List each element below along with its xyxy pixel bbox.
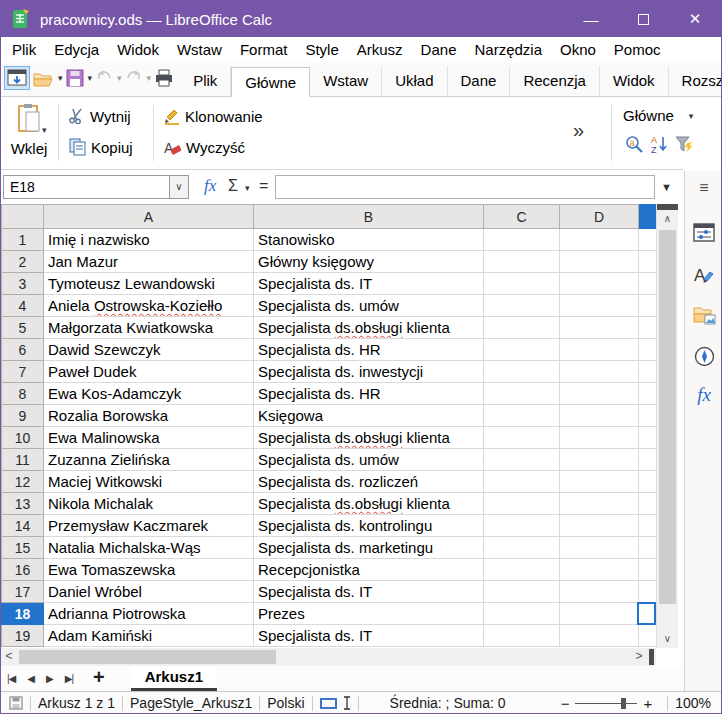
cell-d2[interactable] — [560, 251, 639, 273]
cell-c19[interactable] — [484, 625, 560, 647]
cell-e8[interactable] — [639, 383, 657, 405]
function-wizard-button[interactable]: fx — [204, 176, 216, 196]
cell-a4[interactable]: Aniela Ostrowska-Koziełło — [44, 295, 254, 317]
cell-e16[interactable] — [639, 559, 657, 581]
name-box[interactable]: E18 ∨ — [3, 175, 189, 199]
row-header-5[interactable]: 5 — [2, 317, 44, 339]
cell-b14[interactable]: Specjalista ds. kontrolingu — [254, 515, 484, 537]
cell-c9[interactable] — [484, 405, 560, 427]
horizontal-split-handle[interactable] — [649, 649, 654, 665]
zoom-in-button[interactable]: + — [643, 695, 652, 712]
cell-c17[interactable] — [484, 581, 560, 603]
cell-d12[interactable] — [560, 471, 639, 493]
cell-e9[interactable] — [639, 405, 657, 427]
selection-stats[interactable]: Średnia: ; Suma: 0 — [390, 695, 506, 711]
cell-b12[interactable]: Specjalista ds. rozliczeń — [254, 471, 484, 493]
cell-b18[interactable]: Prezes — [254, 603, 484, 625]
cell-e14[interactable] — [639, 515, 657, 537]
cell-a7[interactable]: Paweł Dudek — [44, 361, 254, 383]
row-header-10[interactable]: 10 — [2, 427, 44, 449]
menu-item-okno[interactable]: Okno — [551, 37, 605, 63]
menu-item-format[interactable]: Format — [231, 37, 297, 63]
add-sheet-button[interactable]: + — [79, 666, 115, 691]
column-header-e[interactable] — [639, 205, 657, 229]
vertical-scroll-thumb[interactable] — [659, 230, 676, 604]
cell-d10[interactable] — [560, 427, 639, 449]
cell-a6[interactable]: Dawid Szewczyk — [44, 339, 254, 361]
toolbar-overflow-button[interactable]: » — [573, 119, 584, 142]
cell-a12[interactable]: Maciej Witkowski — [44, 471, 254, 493]
column-header-d[interactable]: D — [560, 205, 639, 229]
cell-e15[interactable] — [639, 537, 657, 559]
cell-d16[interactable] — [560, 559, 639, 581]
cell-d4[interactable] — [560, 295, 639, 317]
ribbon-tab-dane[interactable]: Dane — [448, 66, 511, 96]
row-header-2[interactable]: 2 — [2, 251, 44, 273]
row-header-15[interactable]: 15 — [2, 537, 44, 559]
cell-d18[interactable] — [560, 603, 639, 625]
cut-button[interactable]: Wytnij — [69, 105, 131, 127]
zoom-level[interactable]: 100% — [675, 695, 711, 711]
scroll-down-icon[interactable]: ∨ — [657, 630, 678, 648]
row-header-13[interactable]: 13 — [2, 493, 44, 515]
column-header-c[interactable]: C — [484, 205, 560, 229]
row-header-12[interactable]: 12 — [2, 471, 44, 493]
ribbon-tab-wstaw[interactable]: Wstaw — [310, 66, 382, 96]
cell-b5[interactable]: Specjalista ds.obsługi klienta — [254, 317, 484, 339]
navigator-deck-icon[interactable] — [685, 346, 722, 371]
cell-d13[interactable] — [560, 493, 639, 515]
functions-deck-icon[interactable]: fx — [685, 384, 722, 406]
cell-c18[interactable] — [484, 603, 560, 625]
cell-b3[interactable]: Specjalista ds. IT — [254, 273, 484, 295]
cell-b4[interactable]: Specjalista ds. umów — [254, 295, 484, 317]
cell-b1[interactable]: Stanowisko — [254, 229, 484, 251]
cell-c14[interactable] — [484, 515, 560, 537]
cell-a16[interactable]: Ewa Tomaszewska — [44, 559, 254, 581]
cell-b7[interactable]: Specjalista ds. inwestycji — [254, 361, 484, 383]
cell-d1[interactable] — [560, 229, 639, 251]
cell-a3[interactable]: Tymoteusz Lewandowski — [44, 273, 254, 295]
save-button[interactable] — [64, 67, 86, 89]
open-dropdown-caret[interactable]: ▾ — [58, 73, 63, 83]
cell-a14[interactable]: Przemysław Kaczmarek — [44, 515, 254, 537]
ribbon-tab-układ[interactable]: Układ — [382, 66, 447, 96]
cell-a17[interactable]: Daniel Wróbel — [44, 581, 254, 603]
cell-e13[interactable] — [639, 493, 657, 515]
cell-c13[interactable] — [484, 493, 560, 515]
row-header-18[interactable]: 18 — [2, 603, 44, 625]
menubar-toggle-button[interactable] — [4, 66, 30, 90]
row-header-7[interactable]: 7 — [2, 361, 44, 383]
cell-a15[interactable]: Natalia Michalska-Wąs — [44, 537, 254, 559]
clone-formatting-button[interactable]: Klonowanie — [164, 105, 263, 127]
cell-d14[interactable] — [560, 515, 639, 537]
sort-icon[interactable]: A Z — [651, 135, 668, 154]
row-header-17[interactable]: 17 — [2, 581, 44, 603]
cell-c8[interactable] — [484, 383, 560, 405]
scroll-right-icon[interactable]: > — [631, 648, 647, 666]
minimize-button[interactable]: — — [565, 1, 617, 37]
undo-button[interactable] — [93, 68, 115, 88]
row-header-16[interactable]: 16 — [2, 559, 44, 581]
cell-a9[interactable]: Rozalia Borowska — [44, 405, 254, 427]
ribbon-tab-plik[interactable]: Plik — [180, 66, 231, 96]
selection-mode-icon[interactable] — [320, 698, 337, 709]
cell-b2[interactable]: Główny księgowy — [254, 251, 484, 273]
zoom-slider[interactable] — [575, 703, 637, 704]
cell-d11[interactable] — [560, 449, 639, 471]
redo-button[interactable] — [123, 68, 145, 88]
formula-input[interactable] — [275, 175, 655, 199]
cell-e2[interactable] — [639, 251, 657, 273]
cell-b6[interactable]: Specjalista ds. HR — [254, 339, 484, 361]
undo-dropdown-caret[interactable]: ▾ — [117, 73, 122, 83]
cell-a19[interactable]: Adam Kamiński — [44, 625, 254, 647]
row-header-9[interactable]: 9 — [2, 405, 44, 427]
cell-d9[interactable] — [560, 405, 639, 427]
cell-a8[interactable]: Ewa Kos-Adamczyk — [44, 383, 254, 405]
gallery-deck-icon[interactable] — [685, 305, 722, 329]
cell-b11[interactable]: Specjalista ds. umów — [254, 449, 484, 471]
sidebar-settings-icon[interactable]: ≡ — [685, 179, 722, 197]
cell-e1[interactable] — [639, 229, 657, 251]
menu-item-wstaw[interactable]: Wstaw — [168, 37, 231, 63]
cell-e5[interactable] — [639, 317, 657, 339]
language-status[interactable]: Polski — [267, 695, 304, 711]
